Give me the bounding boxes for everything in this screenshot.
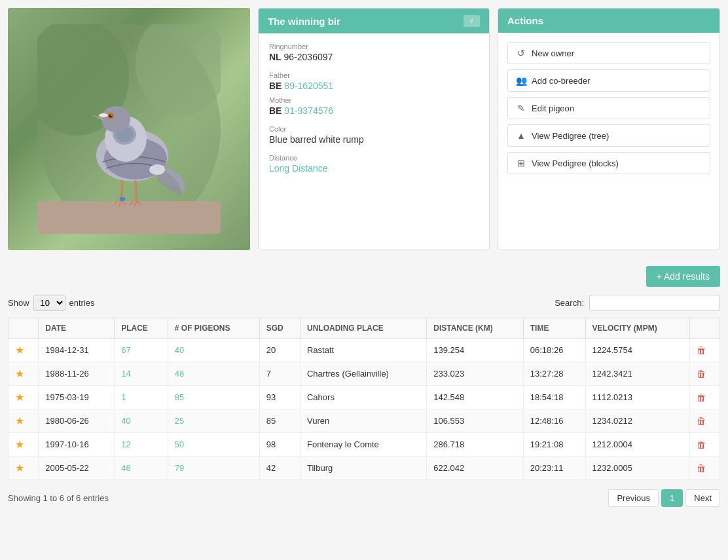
pigeons-cell: 85 — [168, 386, 259, 409]
sgd-cell: 42 — [259, 457, 300, 480]
show-label: Show — [8, 298, 29, 308]
table-row: ★ 1988-11-26 14 48 7 Chartres (Gellainvi… — [9, 362, 720, 386]
col-pigeons: # OF PIGEONS — [168, 318, 259, 339]
info-card-header: The winning bir ♀ — [259, 9, 489, 33]
view-pedigree-tree-label: View Pedigree (tree) — [532, 131, 609, 141]
star-cell[interactable]: ★ — [9, 386, 39, 409]
search-box: Search: — [555, 295, 720, 311]
actions-body: ↺ New owner 👥 Add co-breeder ✎ Edit pige… — [498, 33, 719, 183]
delete-icon[interactable]: 🗑 — [697, 345, 706, 356]
pigeons-cell: 79 — [168, 457, 259, 480]
father-label: Father — [269, 71, 479, 79]
mother-value: BE 91-9374576 — [269, 105, 479, 116]
star-cell[interactable]: ★ — [9, 362, 39, 386]
sgd-cell: 98 — [259, 433, 300, 457]
distance-value: Long Distance — [269, 163, 479, 174]
pigeons-cell: 40 — [168, 339, 259, 362]
col-date: DATE — [39, 318, 115, 339]
unloading-cell: Chartres (Gellainville) — [300, 362, 426, 386]
delete-icon[interactable]: 🗑 — [697, 439, 706, 450]
next-button[interactable]: Next — [685, 489, 720, 507]
showing-text: Showing 1 to 6 of 6 entries — [8, 493, 109, 503]
delete-cell[interactable]: 🗑 — [689, 362, 719, 386]
svg-rect-3 — [37, 201, 221, 234]
unloading-cell: Cahors — [300, 386, 426, 409]
edit-pigeon-button[interactable]: ✎ Edit pigeon — [507, 97, 710, 119]
view-pedigree-blocks-button[interactable]: ⊞ View Pedigree (blocks) — [507, 152, 710, 174]
add-co-breeder-label: Add co-breeder — [532, 76, 591, 86]
col-delete — [689, 318, 719, 339]
star-cell[interactable]: ★ — [9, 457, 39, 480]
delete-icon[interactable]: 🗑 — [697, 463, 706, 474]
time-cell: 12:48:16 — [523, 409, 585, 433]
edit-pigeon-icon: ✎ — [516, 103, 526, 113]
entries-select[interactable]: 10 25 50 — [33, 295, 65, 311]
table-row: ★ 1975-03-19 1 85 93 Cahors 142.548 18:5… — [9, 386, 720, 409]
time-cell: 18:54:18 — [523, 386, 585, 409]
col-velocity: VELOCITY (MPM) — [585, 318, 689, 339]
delete-icon[interactable]: 🗑 — [697, 416, 706, 426]
star-cell[interactable]: ★ — [9, 433, 39, 457]
date-cell: 1980-06-26 — [39, 409, 115, 433]
place-cell: 1 — [115, 386, 168, 409]
results-table: DATE PLACE # OF PIGEONS SGD UNLOADING PL… — [8, 318, 720, 480]
place-cell: 40 — [115, 409, 168, 433]
new-owner-button[interactable]: ↺ New owner — [507, 42, 710, 64]
pigeon-title: The winning bir — [268, 16, 340, 27]
add-results-bar: + Add results — [8, 266, 720, 287]
date-cell: 1984-12-31 — [39, 339, 115, 362]
distance-cell: 622.042 — [427, 457, 524, 480]
unloading-cell: Vuren — [300, 409, 426, 433]
distance-cell: 286.718 — [427, 433, 524, 457]
delete-cell[interactable]: 🗑 — [689, 386, 719, 409]
date-cell: 2005-05-22 — [39, 457, 115, 480]
show-entries: Show 10 25 50 entries — [8, 295, 95, 311]
table-row: ★ 1980-06-26 40 25 85 Vuren 106.553 12:4… — [9, 409, 720, 433]
velocity-cell: 1224.5754 — [585, 339, 689, 362]
unloading-cell: Fontenay le Comte — [300, 433, 426, 457]
mother-link[interactable]: 91-9374576 — [284, 105, 333, 116]
date-cell: 1975-03-19 — [39, 386, 115, 409]
page-1-button[interactable]: 1 — [661, 489, 683, 507]
father-link[interactable]: 89-1620551 — [284, 81, 333, 91]
pedigree-tree-icon: ▲ — [516, 130, 526, 141]
delete-cell[interactable]: 🗑 — [689, 339, 719, 362]
new-owner-icon: ↺ — [516, 48, 526, 58]
actions-title: Actions — [507, 15, 543, 26]
place-cell: 46 — [115, 457, 168, 480]
velocity-cell: 1232.0005 — [585, 457, 689, 480]
add-results-button[interactable]: + Add results — [646, 266, 720, 287]
new-owner-label: New owner — [532, 48, 574, 58]
delete-cell[interactable]: 🗑 — [689, 409, 719, 433]
view-pedigree-tree-button[interactable]: ▲ View Pedigree (tree) — [507, 124, 710, 147]
search-label: Search: — [555, 298, 584, 308]
search-input[interactable] — [589, 295, 720, 311]
star-cell[interactable]: ★ — [9, 339, 39, 362]
col-distance: DISTANCE (KM) — [427, 318, 524, 339]
previous-button[interactable]: Previous — [608, 489, 659, 507]
edit-pigeon-label: Edit pigeon — [532, 103, 574, 113]
sgd-cell: 20 — [259, 339, 300, 362]
place-cell: 12 — [115, 433, 168, 457]
star-cell[interactable]: ★ — [9, 409, 39, 433]
table-controls: Show 10 25 50 entries Search: — [8, 295, 720, 311]
svg-point-11 — [109, 115, 113, 118]
pagination: Previous 1 Next — [608, 489, 720, 507]
col-star — [9, 318, 39, 339]
color-value: Blue barred white rump — [269, 134, 479, 145]
delete-cell[interactable]: 🗑 — [689, 457, 719, 480]
distance-cell: 106.553 — [427, 409, 524, 433]
delete-icon[interactable]: 🗑 — [697, 392, 706, 403]
distance-cell: 142.548 — [427, 386, 524, 409]
mother-label: Mother — [269, 96, 479, 104]
date-cell: 1988-11-26 — [39, 362, 115, 386]
gender-badge: ♀ — [464, 15, 480, 27]
actions-header: Actions — [498, 9, 719, 33]
delete-icon[interactable]: 🗑 — [697, 369, 706, 379]
pigeons-cell: 48 — [168, 362, 259, 386]
ringnumber-prefix: NL — [269, 52, 282, 62]
delete-cell[interactable]: 🗑 — [689, 433, 719, 457]
actions-card: Actions ↺ New owner 👥 Add co-breeder ✎ E… — [498, 8, 720, 250]
distance-label: Distance — [269, 154, 479, 162]
add-co-breeder-button[interactable]: 👥 Add co-breeder — [507, 69, 710, 92]
